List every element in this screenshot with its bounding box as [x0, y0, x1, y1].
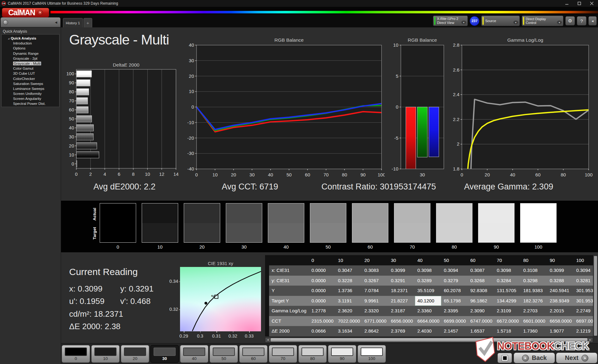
- level-button-70[interactable]: 70: [269, 345, 297, 363]
- table-cell[interactable]: 2.3620: [335, 306, 362, 316]
- table-cell[interactable]: 238.9349: [547, 296, 574, 306]
- sidebar-item-quick-analysis[interactable]: ◢Quick Analysis: [2, 36, 59, 41]
- table-cell[interactable]: 0.3098: [494, 265, 521, 276]
- table-vertical-scrollbar[interactable]: [593, 255, 598, 337]
- table-cell[interactable]: 0.3289: [415, 276, 441, 286]
- level-button-0[interactable]: 0: [62, 345, 90, 363]
- sidebar-item-spectral-power-dist-[interactable]: Spectral Power Dist.: [2, 101, 59, 106]
- table-cell[interactable]: 6664.0000: [415, 316, 441, 326]
- level-button-60[interactable]: 60: [239, 345, 268, 363]
- table-cell[interactable]: 1.7360: [521, 326, 547, 336]
- sidebar-item-luminance-sweeps[interactable]: Luminance Sweeps: [2, 86, 59, 91]
- table-cell[interactable]: 92.8308: [468, 286, 494, 296]
- tree-expander-icon[interactable]: ◢: [8, 37, 9, 40]
- table-cell[interactable]: 2.3395: [441, 306, 468, 316]
- table-cell[interactable]: 2.1457: [441, 326, 468, 336]
- table-cell[interactable]: 0.3047: [335, 265, 362, 276]
- sidebar-item-grayscale-multi[interactable]: Grayscale - Multi: [2, 61, 59, 66]
- level-button-100[interactable]: 100: [358, 345, 386, 363]
- table-cell[interactable]: 65.1798: [441, 296, 468, 306]
- table-cell[interactable]: 9.9961: [362, 296, 388, 306]
- table-cell[interactable]: 0.3108: [521, 265, 547, 276]
- table-cell[interactable]: 0.3228: [335, 276, 362, 286]
- table-cell[interactable]: 2.3187: [388, 306, 415, 316]
- sidebar-item-color-gamut[interactable]: Color Gamut: [2, 66, 59, 71]
- sidebar-item-saturation-sweeps[interactable]: Saturation Sweeps: [2, 81, 59, 86]
- scroll-left-icon[interactable]: ◄: [265, 338, 270, 342]
- table-cell[interactable]: 1.6537: [468, 326, 494, 336]
- table-cell[interactable]: 2.2703: [521, 306, 547, 316]
- scrollbar-thumb[interactable]: [594, 256, 597, 336]
- status-led-button[interactable]: [3, 20, 8, 25]
- table-cell[interactable]: 60.2078: [441, 286, 468, 296]
- table-cell[interactable]: 96.1862: [468, 296, 494, 306]
- table-cell[interactable]: 6771.0000: [362, 316, 388, 326]
- table-cell[interactable]: 0.0000: [309, 265, 335, 276]
- table-cell[interactable]: 0.3098: [415, 265, 441, 276]
- level-button-50[interactable]: 50: [210, 345, 238, 363]
- table-cell[interactable]: 0.3288: [547, 276, 574, 286]
- table-cell[interactable]: 181.9383: [521, 286, 547, 296]
- measurement-count-badge[interactable]: 237: [470, 16, 479, 26]
- calman-menu-button[interactable]: CalMAN ▼: [2, 8, 49, 17]
- table-cell[interactable]: 0.3267: [362, 276, 388, 286]
- table-cell[interactable]: 0.3279: [441, 276, 468, 286]
- table-cell[interactable]: 182.3276: [521, 296, 547, 306]
- table-cell[interactable]: 0.3268: [468, 276, 494, 286]
- table-cell[interactable]: 6672.0000: [494, 316, 521, 326]
- maximize-button[interactable]: [573, 0, 586, 7]
- level-button-20[interactable]: 20: [121, 345, 149, 363]
- table-cell[interactable]: 6658.0000: [547, 316, 574, 326]
- table-cell[interactable]: 131.5705: [494, 286, 521, 296]
- sidebar-item-options[interactable]: Options: [2, 46, 59, 51]
- table-cell[interactable]: 0.3099: [388, 265, 415, 276]
- table-cell[interactable]: 134.4299: [494, 296, 521, 306]
- help-button[interactable]: ?: [577, 16, 586, 26]
- collapse-panel-button[interactable]: ◄: [588, 16, 597, 26]
- table-cell[interactable]: 0.3284: [494, 276, 521, 286]
- tab-history-1[interactable]: History 1: [63, 18, 83, 27]
- table-cell[interactable]: 18.2371: [388, 286, 415, 296]
- table-cell[interactable]: 6747.0000: [468, 316, 494, 326]
- source-dropdown[interactable]: Source ▼: [481, 16, 520, 26]
- table-cell[interactable]: 6601.0000: [521, 316, 547, 326]
- level-button-40[interactable]: 40: [180, 345, 208, 363]
- table-cell[interactable]: 3.1191: [335, 296, 362, 306]
- table-cell[interactable]: 0.0000: [309, 286, 335, 296]
- meter-dropdown[interactable]: X-Rite i1Pro 2Direct View ▼: [433, 16, 468, 26]
- table-cell[interactable]: 21.8227: [388, 296, 415, 306]
- table-cell[interactable]: 2.3090: [468, 306, 494, 316]
- table-cell[interactable]: 6656.0000: [388, 316, 415, 326]
- table-cell[interactable]: 2.8642: [362, 326, 388, 336]
- sidebar-item-dynamic-range[interactable]: Dynamic Range: [2, 51, 59, 56]
- table-cell[interactable]: 2.3769: [388, 326, 415, 336]
- level-button-30[interactable]: 30: [150, 345, 179, 363]
- table-cell[interactable]: 0.3083: [362, 265, 388, 276]
- table-cell[interactable]: 0.3087: [468, 265, 494, 276]
- sidebar-item-3d-cube-lut[interactable]: 3D Cube LUT: [2, 71, 59, 76]
- table-cell[interactable]: 0.0000: [309, 276, 335, 286]
- level-button-80[interactable]: 80: [298, 345, 327, 363]
- table-cell[interactable]: 2.3360: [415, 306, 441, 316]
- collapse-sidebar-icon[interactable]: ◄: [54, 20, 58, 25]
- level-button-90[interactable]: 90: [328, 345, 356, 363]
- table-cell[interactable]: 6699.0000: [441, 316, 468, 326]
- sidebar-item-introduction[interactable]: Introduction: [2, 41, 59, 46]
- table-cell[interactable]: 2.3109: [494, 306, 521, 316]
- sidebar-item-screen-uniformity[interactable]: Screen Uniformity: [2, 91, 59, 96]
- sidebar-item-grayscale-2pt[interactable]: Grayscale - 2pt: [2, 56, 59, 61]
- table-cell[interactable]: 0.0000: [309, 296, 335, 306]
- table-cell[interactable]: 0.3298: [521, 276, 547, 286]
- close-button[interactable]: [586, 0, 598, 7]
- table-cell[interactable]: 40.1200: [415, 296, 441, 306]
- table-cell[interactable]: 2.2015: [547, 306, 574, 316]
- table-cell[interactable]: 0.3094: [441, 265, 468, 276]
- table-cell[interactable]: 1.5718: [494, 326, 521, 336]
- table-cell[interactable]: 2.4030: [415, 326, 441, 336]
- table-cell[interactable]: 240.5941: [547, 286, 574, 296]
- display-control-dropdown[interactable]: Direct Display Control ▼: [522, 16, 563, 26]
- sidebar-item-colorchecker[interactable]: ColorChecker: [2, 76, 59, 81]
- table-cell[interactable]: 1.9077: [547, 326, 574, 336]
- sidebar-item-screen-angularity[interactable]: Screen Angularity: [2, 96, 59, 101]
- table-cell[interactable]: 1.2778: [309, 306, 335, 316]
